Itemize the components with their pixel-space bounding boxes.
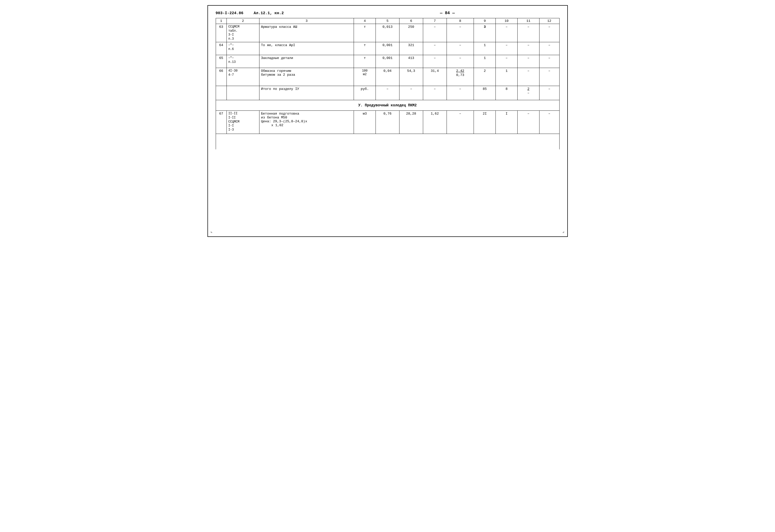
row-unit: т [354, 55, 376, 68]
col-header-2: 2 [226, 18, 259, 24]
table-row: 66 4I-30 4-7 Обмазка горячим битумом за … [216, 68, 559, 86]
row-col12: – [539, 111, 559, 134]
empty-row [216, 134, 559, 149]
section-header-row: У. Продувочный колодец ПКМ2 [216, 100, 559, 111]
row-ref: –"– п.13 [226, 55, 259, 68]
row-description: Арматура класса АШ [259, 24, 354, 42]
col-header-6: 6 [399, 18, 423, 24]
row-col9: 1 [474, 42, 496, 55]
row-unit: м3 [354, 111, 376, 134]
row-col6: 54,3 [399, 68, 423, 86]
row-col5: 0,76 [376, 111, 400, 134]
row-col5: 0,04 [376, 68, 400, 86]
page-number: — 84 — [335, 11, 560, 15]
row-col5: 0,001 [376, 55, 400, 68]
page-header: 903-I-224.86 Ал.12.1, кн.2 — 84 — [216, 11, 560, 15]
table-row: 65 –"– п.13 Закладные детали т 0,001 413… [216, 55, 559, 68]
totals-col11-den: – [527, 91, 530, 95]
totals-col7: – [423, 86, 447, 100]
row-col10: I [496, 111, 518, 134]
totals-unit: руб. [354, 86, 376, 100]
totals-col8: – [447, 86, 474, 100]
row-col6: 321 [399, 42, 423, 55]
col-header-9: 9 [474, 18, 496, 24]
doc-number: 903-I-224.86 [216, 11, 243, 15]
totals-col12: – [539, 86, 559, 100]
row-col8: – [447, 24, 474, 42]
totals-col11-fraction: 2 – [517, 86, 539, 100]
corner-bottom-right: ⌟ [562, 229, 565, 234]
totals-col9: 85 [474, 86, 496, 100]
row-id: 66 [216, 68, 226, 86]
row-col8: – [447, 42, 474, 55]
totals-col10: 8 [496, 86, 518, 100]
row-col10: 1 [496, 68, 518, 86]
row-col10: – [496, 42, 518, 55]
table-row-67: 67 II-II I-II ССЦМСМ I-I I-3 Бетонная по… [216, 111, 559, 134]
row-description: То же, класса АрI [259, 42, 354, 55]
col-header-10: 10 [496, 18, 518, 24]
row-unit: 100 м2 [354, 68, 376, 86]
row-col8: – [447, 55, 474, 68]
row-col12: – [539, 68, 559, 86]
row-col7: 31,4 [423, 68, 447, 86]
row-col6: 28,28 [399, 111, 423, 134]
totals-empty-1 [216, 86, 226, 100]
totals-col6: – [399, 86, 423, 100]
col-header-4: 4 [354, 18, 376, 24]
col-header-12: 12 [539, 18, 559, 24]
col-header-3: 3 [259, 18, 354, 24]
col-header-7: 7 [423, 18, 447, 24]
row-col12: – [539, 55, 559, 68]
row-desc-line3: Цена: 29,3–(25,8–24,8)х [261, 119, 307, 123]
row-unit: т [354, 42, 376, 55]
row-col6: 413 [399, 55, 423, 68]
fraction-denominator: 0,73 [456, 73, 464, 77]
totals-row: Итого по разделу IУ руб. – – – – 85 8 2 … [216, 86, 559, 100]
row-ref: II-II I-II ССЦМСМ I-I I-3 [226, 111, 259, 134]
row-col11: – [517, 55, 539, 68]
col-header-8: 8 [447, 18, 474, 24]
row-unit: т [354, 24, 376, 42]
totals-col11-num: 2 [527, 87, 530, 91]
totals-description: Итого по разделу IУ [259, 86, 354, 100]
row-col6: 250 [399, 24, 423, 42]
totals-col5: – [376, 86, 400, 100]
fraction-numerator: 2,42 [456, 69, 464, 73]
row-id: 64 [216, 42, 226, 55]
row-id: 67 [216, 111, 226, 134]
row-ref: –"– п.6 [226, 42, 259, 55]
row-col7: – [423, 42, 447, 55]
col-header-5: 5 [376, 18, 400, 24]
row-col9: 2 [474, 68, 496, 86]
main-table: 1 2 3 4 5 6 7 8 9 10 11 12 63 ССЦМСМ таб… [216, 18, 560, 149]
row-col11: – [517, 42, 539, 55]
row-col7: – [423, 55, 447, 68]
row-col11: – [517, 111, 539, 134]
row-col12: – [539, 24, 559, 42]
row-id: 65 [216, 55, 226, 68]
table-row: 63 ССЦМСМ табл. 3-I п.3 Арматура класса … [216, 24, 559, 42]
row-col7: 1,62 [423, 111, 447, 134]
row-id: 63 [216, 24, 226, 42]
row-ref: 4I-30 4-7 [226, 68, 259, 86]
row-description: Закладные детали [259, 55, 354, 68]
row-desc-line1: Бетонная подготовка [261, 112, 299, 116]
row-col9: 3 [474, 24, 496, 42]
row-col9: 1 [474, 55, 496, 68]
table-row: 64 –"– п.6 То же, класса АрI т 0,001 321… [216, 42, 559, 55]
section-header-text: У. Продувочный колодец ПКМ2 [216, 100, 559, 111]
row-col8: – [447, 111, 474, 134]
row-col8-fraction: 2,42 0,73 [447, 68, 474, 86]
table-header-row: 1 2 3 4 5 6 7 8 9 10 11 12 [216, 18, 559, 24]
col-header-11: 11 [517, 18, 539, 24]
col-header-1: 1 [216, 18, 226, 24]
row-col10: – [496, 24, 518, 42]
row-desc-line4: х 1,02 [261, 123, 283, 127]
row-col11: – [517, 24, 539, 42]
row-col7: – [423, 24, 447, 42]
doc-ref: Ал.12.1, кн.2 [254, 11, 284, 15]
row-col11: – [517, 68, 539, 86]
row-description: Бетонная подготовка из бетона М50 Цена: … [259, 111, 354, 134]
row-col5: 0,013 [376, 24, 400, 42]
